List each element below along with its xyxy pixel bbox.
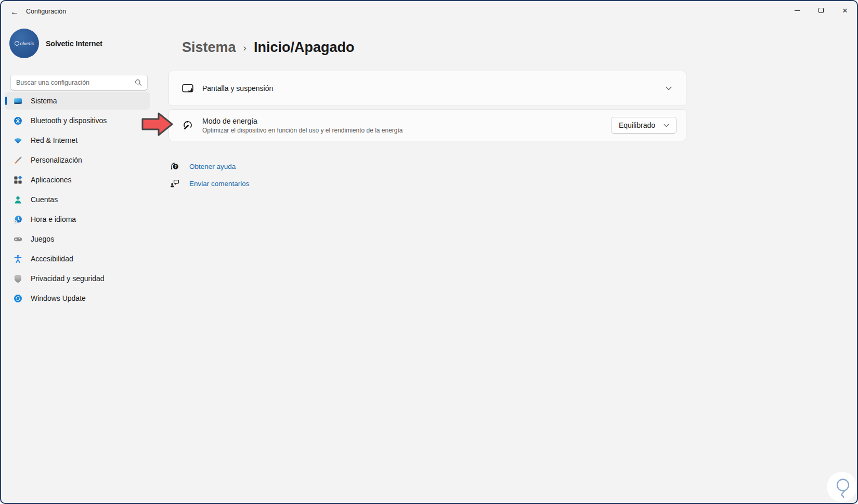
- profile-name: Solvetic Internet: [46, 39, 102, 48]
- window-title: Configuración: [26, 8, 66, 15]
- display-sleep-icon: [182, 83, 193, 94]
- sidebar-item-label: Red & Internet: [31, 136, 77, 144]
- windows-update-icon: [14, 294, 22, 303]
- sidebar-item-juegos[interactable]: Juegos: [5, 230, 150, 248]
- sidebar-item-label: Privacidad y seguridad: [31, 274, 105, 283]
- card-title: Pantalla y suspensión: [202, 84, 273, 92]
- settings-window: ← Configuración ✕ olvetic Solvetic Inter…: [0, 0, 858, 504]
- lightbulb-icon: [827, 472, 857, 502]
- breadcrumb-separator-icon: ›: [243, 42, 246, 54]
- card-description: Optimizar el dispositivo en función del …: [202, 127, 403, 134]
- solvetic-watermark: [827, 472, 857, 502]
- power-mode-dropdown[interactable]: Equilibrado: [611, 117, 677, 134]
- back-arrow-icon: ←: [10, 7, 19, 17]
- sidebar-item-label: Sistema: [31, 97, 57, 105]
- close-button[interactable]: ✕: [833, 1, 857, 20]
- search-box: [10, 75, 148, 90]
- avatar: olvetic: [9, 29, 39, 58]
- personalization-icon: [14, 156, 22, 165]
- gaming-icon: [14, 235, 22, 244]
- sidebar-item-label: Windows Update: [31, 294, 86, 302]
- bluetooth-icon: [14, 116, 22, 125]
- power-mode-row: Modo de energía Optimizar el dispositivo…: [168, 109, 686, 141]
- page-title: Inicio/Apagado: [254, 39, 355, 56]
- network-icon: [14, 136, 22, 145]
- send-feedback-link[interactable]: Enviar comentarios: [170, 176, 250, 191]
- sidebar-item-label: Accesibilidad: [31, 255, 73, 263]
- minimize-button[interactable]: [785, 1, 809, 20]
- feedback-icon: [170, 179, 179, 188]
- link-label: Obtener ayuda: [189, 163, 236, 170]
- sidebar-item-sistema[interactable]: Sistema: [5, 92, 150, 110]
- search-icon: [135, 79, 142, 86]
- sidebar-item-personalizacion[interactable]: Personalización: [5, 151, 150, 169]
- sidebar-item-red-internet[interactable]: Red & Internet: [5, 131, 150, 149]
- selection-indicator: [5, 97, 7, 105]
- sidebar-item-accesibilidad[interactable]: Accesibilidad: [5, 250, 150, 268]
- sidebar-item-label: Personalización: [31, 156, 82, 164]
- maximize-button[interactable]: [809, 1, 833, 20]
- sidebar-item-windows-update[interactable]: Windows Update: [5, 289, 150, 307]
- accounts-icon: [14, 195, 22, 204]
- card-title: Modo de energía: [202, 117, 403, 125]
- sidebar-item-hora-idioma[interactable]: Hora e idioma: [5, 210, 150, 228]
- sidebar-item-label: Juegos: [31, 235, 54, 243]
- power-mode-icon: [182, 120, 193, 131]
- titlebar: ← Configuración ✕: [1, 1, 857, 22]
- breadcrumb-parent[interactable]: Sistema: [182, 39, 236, 56]
- back-button[interactable]: ←: [8, 6, 21, 18]
- sidebar-item-aplicaciones[interactable]: Aplicaciones: [5, 171, 150, 189]
- sidebar-item-bluetooth[interactable]: Bluetooth y dispositivos: [5, 112, 150, 129]
- maximize-icon: [818, 8, 824, 13]
- chevron-down-icon: [664, 124, 669, 127]
- time-language-icon: [14, 215, 22, 224]
- chevron-down-icon[interactable]: [666, 86, 672, 90]
- close-icon: ✕: [842, 7, 848, 15]
- privacy-icon: [14, 274, 22, 283]
- sidebar-item-label: Aplicaciones: [31, 176, 72, 184]
- accessibility-icon: [14, 255, 22, 263]
- search-input[interactable]: [16, 79, 135, 86]
- user-profile[interactable]: olvetic Solvetic Internet: [9, 29, 102, 58]
- display-sleep-expander[interactable]: Pantalla y suspensión: [168, 71, 686, 106]
- solvetic-bulb-icon: [15, 41, 19, 46]
- breadcrumb: Sistema › Inicio/Apagado: [182, 39, 354, 56]
- apps-icon: [14, 176, 22, 184]
- sidebar-item-cuentas[interactable]: Cuentas: [5, 191, 150, 208]
- red-annotation-arrow-icon: [141, 111, 174, 137]
- avatar-label: olvetic: [20, 41, 34, 46]
- system-icon: [14, 97, 22, 105]
- sidebar-item-label: Cuentas: [31, 195, 58, 204]
- minimize-icon: [795, 10, 800, 11]
- svg-text:?: ?: [174, 164, 177, 169]
- link-label: Enviar comentarios: [189, 180, 250, 188]
- sidebar-item-label: Bluetooth y dispositivos: [31, 116, 107, 125]
- sidebar-item-label: Hora e idioma: [31, 215, 76, 223]
- sidebar-nav: Sistema Bluetooth y dispositivos Red & I…: [5, 92, 150, 309]
- sidebar-item-privacidad[interactable]: Privacidad y seguridad: [5, 270, 150, 287]
- get-help-link[interactable]: ? Obtener ayuda: [170, 159, 236, 174]
- dropdown-value: Equilibrado: [619, 121, 655, 129]
- window-controls: ✕: [785, 1, 857, 20]
- get-help-icon: ?: [170, 162, 179, 171]
